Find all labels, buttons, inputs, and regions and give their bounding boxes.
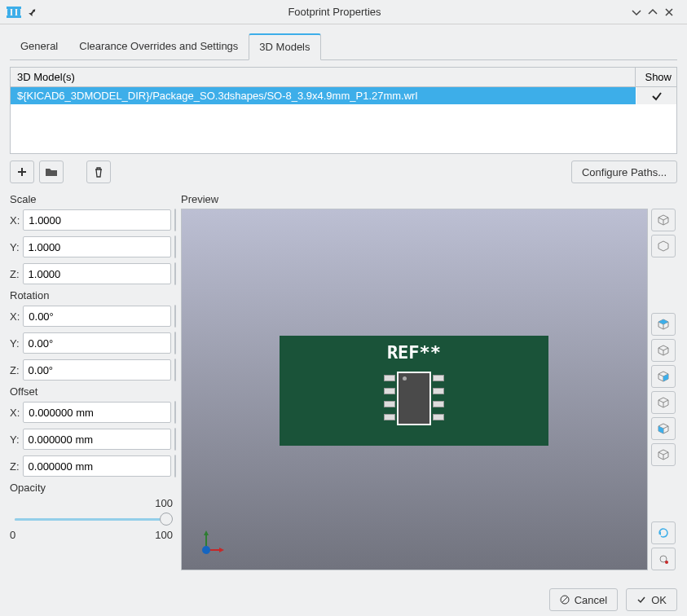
configure-paths-button[interactable]: Configure Paths...: [571, 161, 677, 183]
rotation-y-input[interactable]: [23, 332, 171, 354]
scale-x-input[interactable]: [23, 209, 171, 231]
view-left-button[interactable]: [651, 417, 676, 440]
browse-model-button[interactable]: [39, 161, 64, 183]
view-iso-button[interactable]: [651, 209, 676, 231]
pcb-board: REF**: [280, 336, 548, 446]
app-icon: [7, 7, 21, 18]
model-path-cell[interactable]: ${KICAD6_3DMODEL_DIR}/Package_SO.3dshape…: [11, 87, 636, 104]
ok-button[interactable]: OK: [626, 588, 677, 611]
opacity-min: 0: [10, 529, 15, 541]
model-table: 3D Model(s) Show ${KICAD6_3DMODEL_DIR}/P…: [10, 67, 677, 154]
add-model-button[interactable]: [10, 161, 34, 183]
preview-settings-button[interactable]: [651, 548, 676, 570]
table-empty-area: [11, 104, 676, 153]
offset-x-stepper[interactable]: −+: [174, 401, 176, 424]
svg-rect-4: [7, 15, 21, 18]
cancel-button[interactable]: Cancel: [549, 588, 618, 611]
opacity-max: 100: [155, 529, 173, 541]
view-bottom-button[interactable]: [651, 339, 676, 362]
svg-line-14: [561, 597, 567, 603]
rotation-x-stepper[interactable]: −+: [174, 305, 176, 328]
offset-x-input[interactable]: [23, 402, 171, 423]
view-front-button[interactable]: [651, 365, 676, 388]
reload-button[interactable]: [651, 521, 676, 544]
svg-rect-2: [17, 9, 20, 15]
scale-z-stepper[interactable]: −+: [174, 262, 176, 285]
tab-general[interactable]: General: [10, 33, 68, 60]
column-header-path: 3D Model(s): [11, 68, 636, 86]
offset-y-input[interactable]: [23, 429, 171, 450]
tab-clearance[interactable]: Clearance Overrides and Settings: [68, 33, 249, 60]
rotation-y-stepper[interactable]: −+: [174, 332, 176, 354]
preview-viewport[interactable]: REF**: [181, 209, 648, 570]
close-icon[interactable]: [664, 7, 680, 17]
opacity-slider[interactable]: [10, 511, 173, 527]
title-bar: Footprint Properties: [0, 0, 687, 24]
rotation-x-input[interactable]: [23, 306, 171, 327]
svg-point-12: [665, 561, 668, 564]
tab-3d-models[interactable]: 3D Models: [249, 33, 320, 60]
minimize-icon[interactable]: [632, 7, 648, 17]
scale-y-stepper[interactable]: −+: [174, 235, 176, 258]
table-row[interactable]: ${KICAD6_3DMODEL_DIR}/Package_SO.3dshape…: [11, 87, 676, 104]
window-title: Footprint Properties: [37, 6, 632, 18]
svg-rect-3: [7, 7, 21, 9]
scale-x-stepper[interactable]: −+: [174, 209, 176, 231]
scale-label: Scale: [10, 193, 173, 205]
opacity-value: 100: [155, 497, 173, 509]
view-right-button[interactable]: [651, 443, 676, 466]
rotation-z-input[interactable]: [23, 359, 171, 381]
offset-y-stepper[interactable]: −+: [174, 428, 176, 451]
svg-marker-6: [204, 530, 209, 535]
svg-marker-8: [219, 548, 224, 552]
preview-label: Preview: [181, 193, 677, 205]
model-show-checkbox[interactable]: [636, 87, 676, 104]
view-top-button[interactable]: [651, 313, 676, 336]
scale-z-input[interactable]: [23, 263, 171, 284]
view-back-button[interactable]: [651, 391, 676, 414]
svg-point-9: [202, 546, 210, 554]
opacity-label: Opacity: [10, 482, 173, 494]
reference-text: REF**: [280, 342, 548, 363]
scale-y-input[interactable]: [23, 236, 171, 257]
svg-rect-1: [12, 9, 15, 15]
axis-x-label: X:: [10, 214, 20, 227]
offset-z-input[interactable]: [23, 455, 171, 477]
rotation-label: Rotation: [10, 289, 173, 301]
offset-z-stepper[interactable]: −+: [174, 455, 176, 477]
rotation-z-stepper[interactable]: −+: [174, 359, 176, 381]
pin-icon[interactable]: [28, 7, 37, 17]
maximize-icon[interactable]: [648, 7, 664, 17]
offset-label: Offset: [10, 385, 173, 398]
axis-gizmo-icon: [196, 529, 226, 558]
tab-bar: General Clearance Overrides and Settings…: [10, 33, 677, 60]
chip-model: [392, 368, 436, 429]
delete-model-button[interactable]: [86, 161, 111, 183]
column-header-show: Show: [636, 68, 676, 86]
view-iso-alt-button[interactable]: [651, 235, 676, 257]
svg-rect-0: [7, 9, 11, 15]
